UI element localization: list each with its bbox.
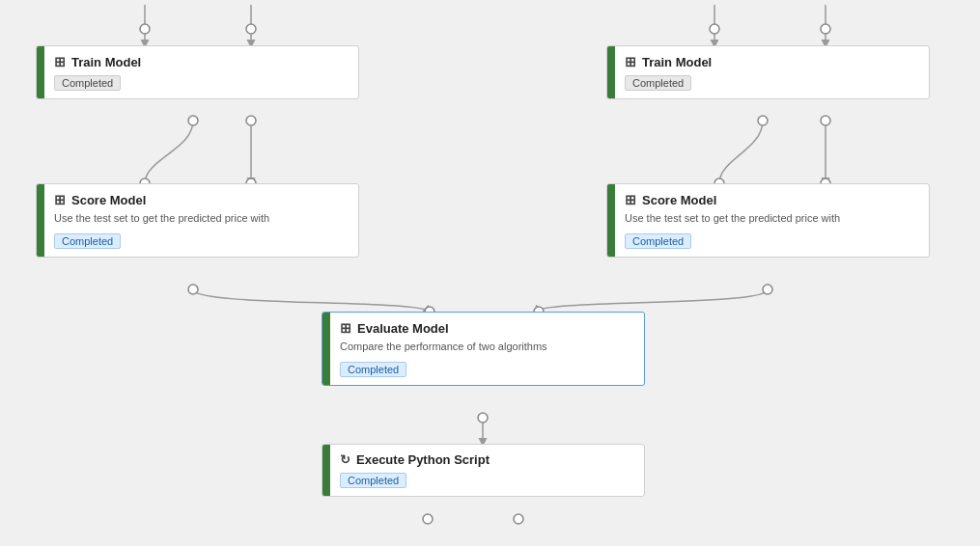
svg-point-12: [188, 285, 198, 294]
node-content: ↻ Execute Python Script Completed: [330, 445, 644, 496]
svg-point-2: [710, 24, 719, 34]
train-model-right-node[interactable]: ⊞ Train Model Completed: [606, 45, 930, 99]
score-model-right-label: Score Model: [642, 193, 716, 207]
evaluate-model-icon: ⊞: [340, 320, 351, 336]
score-model-left-desc: Use the test set to get the predicted pr…: [54, 211, 349, 226]
node-accent: [322, 313, 330, 385]
score-model-left-label: Score Model: [71, 193, 146, 207]
node-content: ⊞ Train Model Completed: [44, 46, 358, 98]
train-model-right-icon: ⊞: [625, 54, 636, 69]
node-content: ⊞ Evaluate Model Compare the performance…: [330, 313, 644, 385]
svg-point-4: [188, 116, 198, 125]
node-accent: [322, 445, 330, 496]
node-title: ⊞ Evaluate Model: [340, 320, 634, 336]
node-title: ⊞ Train Model: [54, 54, 349, 69]
train-model-left-badge: Completed: [54, 75, 121, 91]
node-title: ⊞ Score Model: [625, 192, 919, 207]
svg-point-0: [140, 24, 150, 34]
svg-point-7: [821, 116, 830, 125]
svg-point-6: [758, 116, 768, 125]
execute-python-label: Execute Python Script: [356, 452, 490, 467]
score-model-right-desc: Use the test set to get the predicted pr…: [625, 211, 919, 226]
score-model-left-icon: ⊞: [54, 192, 66, 207]
train-model-right-label: Train Model: [642, 55, 712, 69]
svg-point-18: [514, 514, 523, 524]
train-model-right-badge: Completed: [625, 75, 691, 91]
node-title: ↻ Execute Python Script: [340, 452, 634, 467]
svg-point-13: [763, 285, 772, 294]
node-content: ⊞ Score Model Use the test set to get th…: [44, 184, 358, 257]
svg-point-3: [821, 24, 830, 34]
node-accent: [37, 46, 44, 98]
evaluate-model-label: Evaluate Model: [357, 321, 449, 336]
execute-python-badge: Completed: [340, 473, 406, 488]
node-content: ⊞ Train Model Completed: [615, 46, 929, 98]
score-model-right-icon: ⊞: [625, 192, 636, 207]
train-model-left-node[interactable]: ⊞ Train Model Completed: [36, 45, 359, 99]
node-title: ⊞ Score Model: [54, 192, 349, 207]
node-accent: [607, 184, 615, 257]
node-accent: [37, 184, 44, 257]
evaluate-model-desc: Compare the performance of two algorithm…: [340, 340, 634, 354]
execute-python-node[interactable]: ↻ Execute Python Script Completed: [322, 444, 645, 497]
svg-point-17: [423, 514, 433, 524]
node-accent: [607, 46, 615, 98]
execute-python-icon: ↻: [340, 452, 350, 467]
score-model-left-badge: Completed: [54, 233, 121, 249]
train-model-icon: ⊞: [54, 54, 66, 69]
svg-point-1: [246, 24, 256, 34]
evaluate-model-badge: Completed: [340, 362, 406, 377]
node-content: ⊞ Score Model Use the test set to get th…: [615, 184, 929, 257]
score-model-right-badge: Completed: [625, 233, 691, 249]
score-model-left-node[interactable]: ⊞ Score Model Use the test set to get th…: [36, 183, 359, 258]
node-title: ⊞ Train Model: [625, 54, 919, 69]
workflow-canvas: ⊞ Train Model Completed ⊞ Train Model Co…: [0, 0, 980, 546]
svg-point-16: [478, 413, 488, 423]
train-model-left-label: Train Model: [71, 55, 141, 69]
evaluate-model-node[interactable]: ⊞ Evaluate Model Compare the performance…: [322, 312, 645, 386]
svg-point-5: [246, 116, 256, 125]
score-model-right-node[interactable]: ⊞ Score Model Use the test set to get th…: [606, 183, 930, 258]
